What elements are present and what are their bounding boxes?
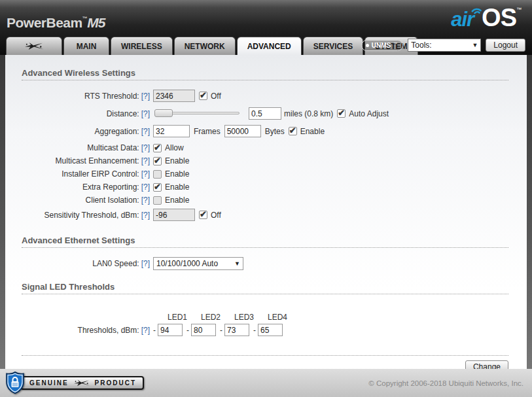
tab-main[interactable]: MAIN [63, 37, 109, 55]
extra-reporting-label: Extra Reporting:[?] [22, 182, 150, 192]
tools-select[interactable]: Tools: [408, 39, 481, 52]
unms-dot-icon [366, 44, 369, 47]
multicast-enhancement-help-link[interactable]: [?] [141, 156, 150, 165]
sensitivity-off-checkbox[interactable] [199, 211, 207, 219]
multicast-data-label: Multicast Data:[?] [22, 143, 150, 152]
unms-trademark: ™ [393, 42, 397, 46]
extra-reporting-help-link[interactable]: [?] [141, 182, 150, 192]
sensitivity-threshold-label: Sensitivity Threshold, dBm:[?] [22, 211, 150, 220]
led-thresholds-label: Thresholds, dBm:[?] [22, 326, 150, 335]
airos-logo: air OS ™ [451, 4, 522, 32]
section-title-advanced-wireless: Advanced Wireless Settings [22, 68, 508, 80]
unms-label: UNMS [372, 42, 391, 49]
product-name: PowerBeam [7, 15, 82, 30]
auto-adjust-label: Auto Adjust [349, 109, 389, 118]
installer-eirp-cb-label: Enable [165, 169, 189, 179]
sensitivity-off-label: Off [211, 211, 221, 220]
aggregation-help-link[interactable]: [?] [141, 127, 150, 136]
multicast-data-cb-label: Allow [165, 143, 184, 152]
multicast-data-help-link[interactable]: [?] [141, 143, 150, 152]
aggregation-frames-input[interactable] [153, 125, 190, 137]
content-panel: Advanced Wireless Settings RTS Threshold… [5, 55, 527, 370]
airos-trademark: ™ [516, 7, 522, 12]
led-thresholds-help-link[interactable]: [?] [141, 326, 150, 335]
sensitivity-threshold-input[interactable] [153, 209, 195, 221]
rts-off-label: Off [211, 92, 221, 101]
led2-header: LED2 [194, 313, 227, 322]
row-sensitivity-threshold: Sensitivity Threshold, dBm:[?] Off [22, 209, 508, 221]
aggregation-label: Aggregation:[?] [22, 127, 150, 136]
multicast-enhancement-cb-label: Enable [165, 156, 189, 165]
tab-advanced[interactable]: ADVANCED [237, 37, 302, 55]
led-column-headers: LED1 LED2 LED3 LED4 [22, 313, 508, 322]
slider-handle[interactable] [154, 109, 173, 117]
installer-eirp-checkbox[interactable] [153, 170, 162, 179]
extra-reporting-cb-label: Enable [165, 182, 189, 192]
led3-minus: - [220, 326, 222, 335]
tab-bar: MAIN WIRELESS NETWORK ADVANCED SERVICES … [6, 37, 419, 55]
led1-threshold-input[interactable] [158, 324, 183, 336]
led3-header: LED3 [228, 313, 260, 322]
section-title-advanced-ethernet: Advanced Ethernet Settings [22, 235, 508, 248]
product-logo: PowerBeam™M5 [7, 15, 105, 31]
tools-select-wrap: Tools: [408, 39, 481, 52]
shield-lock-icon [5, 371, 25, 394]
bytes-label: Bytes [265, 127, 285, 136]
aggregation-bytes-input[interactable] [224, 125, 261, 137]
sensitivity-help-link[interactable]: [?] [141, 211, 150, 220]
multicast-enhancement-checkbox[interactable] [153, 157, 162, 165]
aggregation-enable-label: Enable [300, 127, 325, 136]
genuine-product-badge: GENUINE PRODUCT [5, 371, 144, 394]
row-installer-eirp: Installer EIRP Control:[?] Enable [22, 169, 508, 179]
row-multicast-enhancement: Multicast Enhancement:[?] Enable [22, 156, 508, 165]
tab-ubiquiti-logo[interactable] [6, 37, 62, 55]
rts-threshold-input[interactable] [153, 90, 195, 102]
distance-input[interactable] [249, 107, 281, 120]
row-extra-reporting: Extra Reporting:[?] Enable [22, 182, 508, 192]
rts-off-checkbox[interactable] [199, 92, 207, 100]
tab-wireless[interactable]: WIRELESS [111, 37, 173, 55]
led2-threshold-input[interactable] [191, 324, 216, 336]
ubiquiti-antenna-icon [24, 42, 44, 50]
row-distance: Distance:[?] miles (0.8 km) Auto Adjust [22, 107, 508, 120]
frames-label: Frames [194, 127, 221, 136]
row-aggregation: Aggregation:[?] Frames Bytes Enable [22, 125, 508, 137]
page-header: PowerBeam™M5 air OS ™ MAIN WIRELESS NETW… [0, 0, 532, 55]
installer-eirp-help-link[interactable]: [?] [141, 169, 150, 179]
distance-help-link[interactable]: [?] [141, 109, 150, 118]
led1-minus: - [153, 326, 156, 335]
unms-button[interactable]: UNMS ™ [361, 40, 403, 51]
lan0-speed-select[interactable]: 10/100/1000 Auto [153, 257, 243, 270]
genuine-label: GENUINE [29, 379, 69, 387]
client-isolation-checkbox[interactable] [153, 196, 162, 205]
ubiquiti-antenna-icon-small [73, 379, 90, 387]
row-multicast-data: Multicast Data:[?] Allow [22, 143, 508, 152]
airos-air-text: air [451, 8, 474, 31]
row-client-isolation: Client Isolation:[?] Enable [22, 196, 508, 205]
lan0-help-link[interactable]: [?] [141, 259, 150, 268]
row-lan0-speed: LAN0 Speed:[?] 10/100/1000 Auto [22, 257, 508, 270]
auto-adjust-checkbox[interactable] [337, 109, 346, 118]
tab-network[interactable]: NETWORK [174, 37, 236, 55]
lan0-select-wrap: 10/100/1000 Auto [153, 257, 243, 270]
genuine-product-bar: GENUINE PRODUCT [20, 376, 144, 390]
led4-minus: - [253, 326, 256, 335]
distance-slider[interactable] [154, 109, 239, 118]
copyright-text: © Copyright 2006-2018 Ubiquiti Networks,… [368, 379, 523, 387]
tab-services[interactable]: SERVICES [303, 37, 363, 55]
signal-arcs-icon [471, 6, 483, 15]
client-isolation-help-link[interactable]: [?] [141, 196, 150, 205]
led3-threshold-input[interactable] [224, 324, 249, 336]
client-isolation-cb-label: Enable [165, 196, 189, 205]
logout-button[interactable]: Logout [486, 39, 525, 52]
led4-threshold-input[interactable] [258, 324, 283, 336]
multicast-data-checkbox[interactable] [153, 144, 162, 152]
rts-help-link[interactable]: [?] [141, 92, 150, 101]
extra-reporting-checkbox[interactable] [153, 183, 162, 192]
led4-header: LED4 [261, 313, 294, 322]
installer-eirp-label: Installer EIRP Control:[?] [22, 169, 150, 179]
row-rts-threshold: RTS Threshold:[?] Off [22, 90, 508, 102]
product-label: PRODUCT [95, 379, 136, 387]
aggregation-enable-checkbox[interactable] [289, 127, 297, 135]
distance-unit: miles (0.8 km) [284, 109, 333, 118]
